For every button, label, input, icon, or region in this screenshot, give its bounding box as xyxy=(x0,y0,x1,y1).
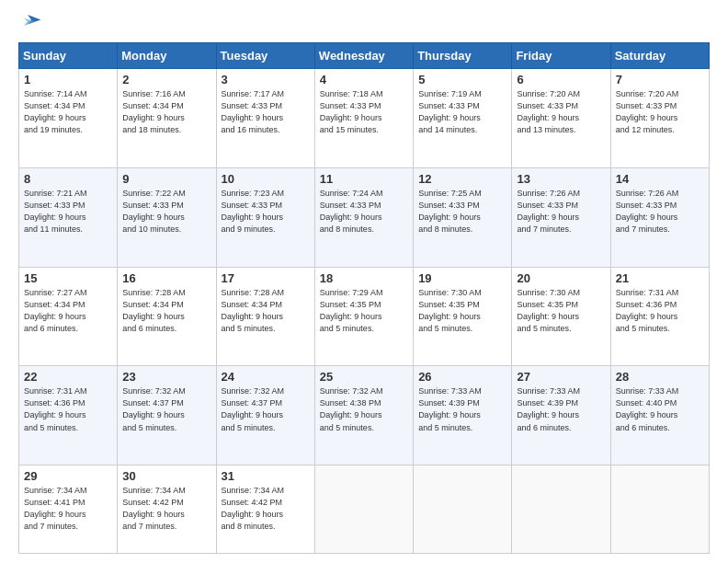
day-number: 15 xyxy=(24,271,112,285)
day-info: Sunrise: 7:16 AMSunset: 4:34 PMDaylight:… xyxy=(122,88,210,136)
calendar-cell: 21Sunrise: 7:31 AMSunset: 4:36 PMDayligh… xyxy=(610,267,709,366)
calendar-cell xyxy=(314,465,413,554)
day-info: Sunrise: 7:22 AMSunset: 4:33 PMDaylight:… xyxy=(122,188,210,236)
day-number: 28 xyxy=(616,370,704,384)
calendar-cell: 5Sunrise: 7:19 AMSunset: 4:33 PMDaylight… xyxy=(414,69,512,168)
day-info: Sunrise: 7:32 AMSunset: 4:37 PMDaylight:… xyxy=(122,385,210,433)
weekday-header-monday: Monday xyxy=(118,43,216,69)
week-row-2: 8Sunrise: 7:21 AMSunset: 4:33 PMDaylight… xyxy=(19,167,710,267)
logo xyxy=(18,15,42,33)
calendar-cell xyxy=(512,465,610,554)
day-number: 14 xyxy=(616,172,704,186)
weekday-header-thursday: Thursday xyxy=(414,43,512,69)
calendar-cell: 25Sunrise: 7:32 AMSunset: 4:38 PMDayligh… xyxy=(314,366,413,465)
day-info: Sunrise: 7:33 AMSunset: 4:40 PMDaylight:… xyxy=(616,385,704,433)
calendar-cell: 8Sunrise: 7:21 AMSunset: 4:33 PMDaylight… xyxy=(19,167,118,267)
day-number: 5 xyxy=(418,73,506,86)
day-info: Sunrise: 7:25 AMSunset: 4:33 PMDaylight:… xyxy=(418,188,506,236)
calendar-cell: 31Sunrise: 7:34 AMSunset: 4:42 PMDayligh… xyxy=(216,465,314,554)
calendar-cell: 3Sunrise: 7:17 AMSunset: 4:33 PMDaylight… xyxy=(216,69,314,168)
day-info: Sunrise: 7:31 AMSunset: 4:36 PMDaylight:… xyxy=(24,385,112,433)
calendar-cell: 22Sunrise: 7:31 AMSunset: 4:36 PMDayligh… xyxy=(19,366,118,465)
calendar-cell: 10Sunrise: 7:23 AMSunset: 4:33 PMDayligh… xyxy=(216,167,314,267)
calendar-cell: 29Sunrise: 7:34 AMSunset: 4:41 PMDayligh… xyxy=(19,465,118,554)
day-info: Sunrise: 7:32 AMSunset: 4:38 PMDaylight:… xyxy=(320,385,408,433)
week-row-5: 29Sunrise: 7:34 AMSunset: 4:41 PMDayligh… xyxy=(19,465,710,554)
day-number: 18 xyxy=(320,271,408,285)
day-info: Sunrise: 7:31 AMSunset: 4:36 PMDaylight:… xyxy=(616,287,704,335)
logo-text xyxy=(18,15,42,33)
calendar-cell xyxy=(610,465,709,554)
day-info: Sunrise: 7:30 AMSunset: 4:35 PMDaylight:… xyxy=(418,287,506,335)
calendar-cell: 27Sunrise: 7:33 AMSunset: 4:39 PMDayligh… xyxy=(512,366,610,465)
calendar-cell: 24Sunrise: 7:32 AMSunset: 4:37 PMDayligh… xyxy=(216,366,314,465)
calendar-cell xyxy=(414,465,512,554)
day-number: 17 xyxy=(222,271,310,285)
calendar-cell: 28Sunrise: 7:33 AMSunset: 4:40 PMDayligh… xyxy=(610,366,709,465)
calendar-cell: 11Sunrise: 7:24 AMSunset: 4:33 PMDayligh… xyxy=(314,167,413,267)
calendar-cell: 26Sunrise: 7:33 AMSunset: 4:39 PMDayligh… xyxy=(414,366,512,465)
calendar-cell: 20Sunrise: 7:30 AMSunset: 4:35 PMDayligh… xyxy=(512,267,610,366)
day-info: Sunrise: 7:29 AMSunset: 4:35 PMDaylight:… xyxy=(320,287,408,335)
weekday-header-saturday: Saturday xyxy=(610,43,709,69)
day-number: 25 xyxy=(320,370,408,384)
day-info: Sunrise: 7:24 AMSunset: 4:33 PMDaylight:… xyxy=(320,188,408,236)
day-number: 20 xyxy=(517,271,605,285)
day-info: Sunrise: 7:32 AMSunset: 4:37 PMDaylight:… xyxy=(222,385,310,433)
day-info: Sunrise: 7:34 AMSunset: 4:41 PMDaylight:… xyxy=(24,485,112,533)
day-number: 1 xyxy=(24,73,112,86)
day-number: 30 xyxy=(122,469,210,483)
day-info: Sunrise: 7:18 AMSunset: 4:33 PMDaylight:… xyxy=(320,88,408,136)
day-info: Sunrise: 7:23 AMSunset: 4:33 PMDaylight:… xyxy=(222,188,310,236)
day-number: 7 xyxy=(616,73,704,86)
day-info: Sunrise: 7:21 AMSunset: 4:33 PMDaylight:… xyxy=(24,188,112,236)
calendar-cell: 18Sunrise: 7:29 AMSunset: 4:35 PMDayligh… xyxy=(314,267,413,366)
page: SundayMondayTuesdayWednesdayThursdayFrid… xyxy=(0,0,728,563)
day-number: 10 xyxy=(222,172,310,186)
day-info: Sunrise: 7:20 AMSunset: 4:33 PMDaylight:… xyxy=(616,88,704,136)
day-info: Sunrise: 7:27 AMSunset: 4:34 PMDaylight:… xyxy=(24,287,112,335)
week-row-4: 22Sunrise: 7:31 AMSunset: 4:36 PMDayligh… xyxy=(19,366,710,465)
calendar-cell: 2Sunrise: 7:16 AMSunset: 4:34 PMDaylight… xyxy=(118,69,216,168)
day-number: 11 xyxy=(320,172,408,186)
day-info: Sunrise: 7:28 AMSunset: 4:34 PMDaylight:… xyxy=(122,287,210,335)
day-number: 29 xyxy=(24,469,112,483)
calendar-cell: 4Sunrise: 7:18 AMSunset: 4:33 PMDaylight… xyxy=(314,69,413,168)
calendar-cell: 17Sunrise: 7:28 AMSunset: 4:34 PMDayligh… xyxy=(216,267,314,366)
day-number: 19 xyxy=(418,271,506,285)
day-number: 23 xyxy=(122,370,210,384)
day-info: Sunrise: 7:34 AMSunset: 4:42 PMDaylight:… xyxy=(122,485,210,533)
day-number: 8 xyxy=(24,172,112,186)
day-info: Sunrise: 7:17 AMSunset: 4:33 PMDaylight:… xyxy=(222,88,310,136)
day-info: Sunrise: 7:26 AMSunset: 4:33 PMDaylight:… xyxy=(616,188,704,236)
day-info: Sunrise: 7:33 AMSunset: 4:39 PMDaylight:… xyxy=(517,385,605,433)
calendar-cell: 16Sunrise: 7:28 AMSunset: 4:34 PMDayligh… xyxy=(118,267,216,366)
week-row-3: 15Sunrise: 7:27 AMSunset: 4:34 PMDayligh… xyxy=(19,267,710,366)
day-info: Sunrise: 7:14 AMSunset: 4:34 PMDaylight:… xyxy=(24,88,112,136)
calendar-cell: 7Sunrise: 7:20 AMSunset: 4:33 PMDaylight… xyxy=(610,69,709,168)
day-info: Sunrise: 7:33 AMSunset: 4:39 PMDaylight:… xyxy=(418,385,506,433)
day-number: 27 xyxy=(517,370,605,384)
logo-bird-icon xyxy=(20,11,42,33)
day-number: 4 xyxy=(320,73,408,86)
calendar-cell: 19Sunrise: 7:30 AMSunset: 4:35 PMDayligh… xyxy=(414,267,512,366)
day-number: 12 xyxy=(418,172,506,186)
calendar-cell: 12Sunrise: 7:25 AMSunset: 4:33 PMDayligh… xyxy=(414,167,512,267)
day-info: Sunrise: 7:19 AMSunset: 4:33 PMDaylight:… xyxy=(418,88,506,136)
calendar-cell: 6Sunrise: 7:20 AMSunset: 4:33 PMDaylight… xyxy=(512,69,610,168)
calendar-cell: 15Sunrise: 7:27 AMSunset: 4:34 PMDayligh… xyxy=(19,267,118,366)
day-number: 16 xyxy=(122,271,210,285)
weekday-header-wednesday: Wednesday xyxy=(314,43,413,69)
day-number: 21 xyxy=(616,271,704,285)
day-info: Sunrise: 7:28 AMSunset: 4:34 PMDaylight:… xyxy=(222,287,310,335)
day-info: Sunrise: 7:30 AMSunset: 4:35 PMDaylight:… xyxy=(517,287,605,335)
day-number: 6 xyxy=(517,73,605,86)
calendar-cell: 23Sunrise: 7:32 AMSunset: 4:37 PMDayligh… xyxy=(118,366,216,465)
calendar-table: SundayMondayTuesdayWednesdayThursdayFrid… xyxy=(18,42,710,554)
day-number: 13 xyxy=(517,172,605,186)
calendar-cell: 1Sunrise: 7:14 AMSunset: 4:34 PMDaylight… xyxy=(19,69,118,168)
calendar-cell: 14Sunrise: 7:26 AMSunset: 4:33 PMDayligh… xyxy=(610,167,709,267)
day-number: 2 xyxy=(122,73,210,86)
calendar-cell: 13Sunrise: 7:26 AMSunset: 4:33 PMDayligh… xyxy=(512,167,610,267)
week-row-1: 1Sunrise: 7:14 AMSunset: 4:34 PMDaylight… xyxy=(19,69,710,168)
